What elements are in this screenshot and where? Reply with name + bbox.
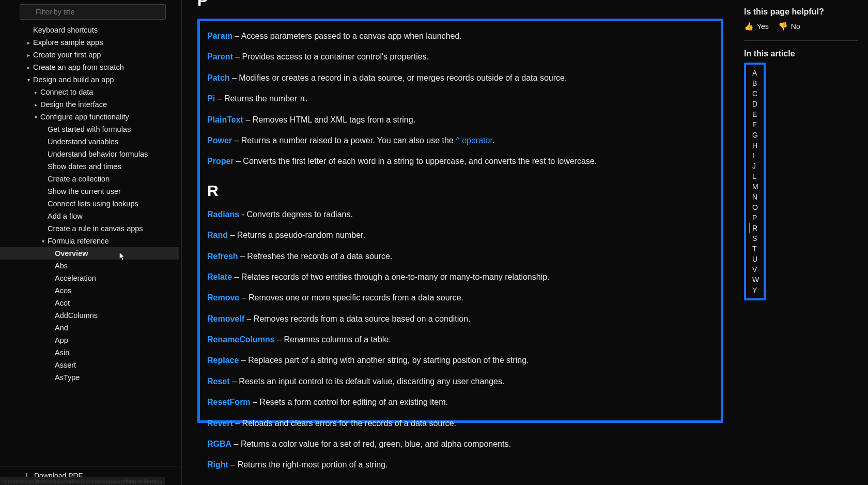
chevron-right-icon: ▸ <box>26 40 31 46</box>
toc-link-w[interactable]: W <box>749 275 761 285</box>
func-link-proper[interactable]: Proper <box>207 157 234 165</box>
sidebar-item-label: Create a rule in canvas apps <box>48 224 143 233</box>
func-link-rgba[interactable]: RGBA <box>207 439 231 448</box>
func-revert: Revert – Reloads and clears errors for t… <box>207 418 714 429</box>
toc-link-r[interactable]: R <box>749 223 761 233</box>
func-link-parent[interactable]: Parent <box>207 52 233 61</box>
toc-link-u[interactable]: U <box>749 254 761 264</box>
sidebar-item-addcolumns[interactable]: AddColumns <box>0 309 179 322</box>
func-rgba: RGBA – Returns a color value for a set o… <box>207 438 714 450</box>
func-plaintext: PlainText – Removes HTML and XML tags fr… <box>207 114 714 126</box>
sidebar-item-label: And <box>55 324 68 332</box>
toc-link-o[interactable]: O <box>749 202 761 213</box>
func-link-revert[interactable]: Revert <box>207 419 233 428</box>
func-link-param[interactable]: Param <box>207 32 233 40</box>
sidebar-item-and[interactable]: And <box>0 322 179 334</box>
func-link-plaintext[interactable]: PlainText <box>207 115 243 124</box>
func-remove: Remove – Removes one or more specific re… <box>207 292 714 304</box>
sidebar-item-label: Acceleration <box>55 274 96 282</box>
feedback-no-button[interactable]: 👎 No <box>778 22 800 31</box>
func-link-power[interactable]: Power <box>207 136 232 145</box>
sidebar-item-acot[interactable]: Acot <box>0 297 179 309</box>
filter-input[interactable] <box>20 4 166 20</box>
sidebar-item-create-a-rule-in-canvas-apps[interactable]: Create a rule in canvas apps <box>0 222 179 235</box>
sidebar-item-acceleration[interactable]: Acceleration <box>0 272 179 284</box>
status-url: ft.com/en-us/powerapps/maker/canvas-apps… <box>0 477 165 485</box>
sidebar-item-add-a-flow[interactable]: Add a flow <box>0 210 179 222</box>
sidebar-item-explore-sample-apps[interactable]: ▸Explore sample apps <box>0 36 179 49</box>
func-reset: Reset – Resets an input control to its d… <box>207 376 714 387</box>
func-desc: – Resets an input control to its default… <box>230 377 505 386</box>
toc-link-f[interactable]: F <box>749 119 761 130</box>
sidebar-item-label: AsType <box>55 373 80 382</box>
func-desc: – Converts the first letter of each word… <box>234 157 597 165</box>
toc-link-s[interactable]: S <box>749 233 761 244</box>
toc-link-e[interactable]: E <box>749 109 761 119</box>
toc-link-m[interactable]: M <box>749 181 761 192</box>
feedback-no-label: No <box>791 22 800 31</box>
toc-link-i[interactable]: I <box>749 150 761 161</box>
sidebar-item-label: Show dates and times <box>48 162 121 171</box>
toc-link-p[interactable]: P <box>749 213 761 223</box>
inline-link-operator[interactable]: ^ operator <box>456 136 492 145</box>
func-desc: – Returns a color value for a set of red… <box>231 439 511 448</box>
func-relate: Relate – Relates records of two entities… <box>207 271 714 283</box>
func-desc: – Renames columns of a table. <box>275 335 391 344</box>
toc-link-d[interactable]: D <box>749 99 761 109</box>
toc-link-n[interactable]: N <box>749 192 761 202</box>
func-resetform: ResetForm – Resets a form control for ed… <box>207 397 714 408</box>
feedback-yes-button[interactable]: 👍 Yes <box>744 22 769 31</box>
func-link-removeif[interactable]: RemoveIf <box>207 314 244 323</box>
sidebar-item-acos[interactable]: Acos <box>0 284 179 297</box>
sidebar-item-abs[interactable]: Abs <box>0 260 179 272</box>
sidebar-item-get-started-with-formulas[interactable]: Get started with formulas <box>0 123 179 135</box>
func-link-right[interactable]: Right <box>207 460 228 469</box>
nav-tree[interactable]: Keyboard shortcuts▸Explore sample apps▸C… <box>0 24 181 466</box>
func-link-replace[interactable]: Replace <box>207 356 239 365</box>
sidebar-item-design-and-build-an-app[interactable]: ▾Design and build an app <box>0 73 179 86</box>
sidebar-item-configure-app-functionality[interactable]: ▾Configure app functionality <box>0 111 179 123</box>
func-link-remove[interactable]: Remove <box>207 293 239 302</box>
toc-link-g[interactable]: G <box>749 130 761 140</box>
sidebar-item-understand-behavior-formulas[interactable]: Understand behavior formulas <box>0 148 179 160</box>
func-link-renamecolumns[interactable]: RenameColumns <box>207 335 275 344</box>
func-link-radians[interactable]: Radians <box>207 210 239 219</box>
main-content: P Param – Access parameters passed to a … <box>182 0 739 485</box>
func-link-pi[interactable]: Pi <box>207 94 215 103</box>
sidebar-item-label: Configure app functionality <box>40 113 129 121</box>
toc-link-h[interactable]: H <box>749 140 761 150</box>
sidebar-item-show-the-current-user[interactable]: Show the current user <box>0 185 179 198</box>
sidebar-item-create-a-collection[interactable]: Create a collection <box>0 173 179 185</box>
toc-link-y[interactable]: Y <box>749 285 761 295</box>
sidebar-item-show-dates-and-times[interactable]: Show dates and times <box>0 160 179 173</box>
sidebar-item-formula-reference[interactable]: ▾Formula reference <box>0 235 179 247</box>
sidebar-item-asin[interactable]: Asin <box>0 346 179 359</box>
sidebar-item-assert[interactable]: Assert <box>0 359 179 371</box>
toc-link-a[interactable]: A <box>749 68 761 78</box>
toc-link-l[interactable]: L <box>749 171 761 181</box>
sidebar-item-keyboard-shortcuts[interactable]: Keyboard shortcuts <box>0 24 179 36</box>
func-link-resetform[interactable]: ResetForm <box>207 398 251 406</box>
sidebar-item-understand-variables[interactable]: Understand variables <box>0 135 179 148</box>
toc-link-j[interactable]: J <box>749 161 761 171</box>
sidebar-item-design-the-interface[interactable]: ▸Design the interface <box>0 98 179 111</box>
func-link-rand[interactable]: Rand <box>207 231 228 239</box>
sidebar-item-create-your-first-app[interactable]: ▸Create your first app <box>0 49 179 61</box>
func-link-relate[interactable]: Relate <box>207 272 232 281</box>
sidebar-item-connect-to-data[interactable]: ▸Connect to data <box>0 86 179 98</box>
sidebar-item-astype[interactable]: AsType <box>0 371 179 384</box>
toc-link-t[interactable]: T <box>749 244 761 254</box>
toc-link-c[interactable]: C <box>749 88 761 99</box>
func-link-refresh[interactable]: Refresh <box>207 252 238 261</box>
toc-link-v[interactable]: V <box>749 264 761 275</box>
sidebar-item-app[interactable]: App <box>0 334 179 346</box>
toc-link-b[interactable]: B <box>749 78 761 88</box>
func-desc: – Relates records of two entities throug… <box>232 272 550 281</box>
sidebar-item-overview[interactable]: Overview <box>0 247 179 260</box>
chevron-right-icon: ▸ <box>33 89 38 95</box>
func-link-reset[interactable]: Reset <box>207 377 230 386</box>
func-desc: – Removes records from a data source bas… <box>244 314 471 323</box>
func-link-patch[interactable]: Patch <box>207 73 230 82</box>
sidebar-item-create-an-app-from-scratch[interactable]: ▸Create an app from scratch <box>0 61 179 73</box>
sidebar-item-connect-lists-using-lookups[interactable]: Connect lists using lookups <box>0 198 179 210</box>
